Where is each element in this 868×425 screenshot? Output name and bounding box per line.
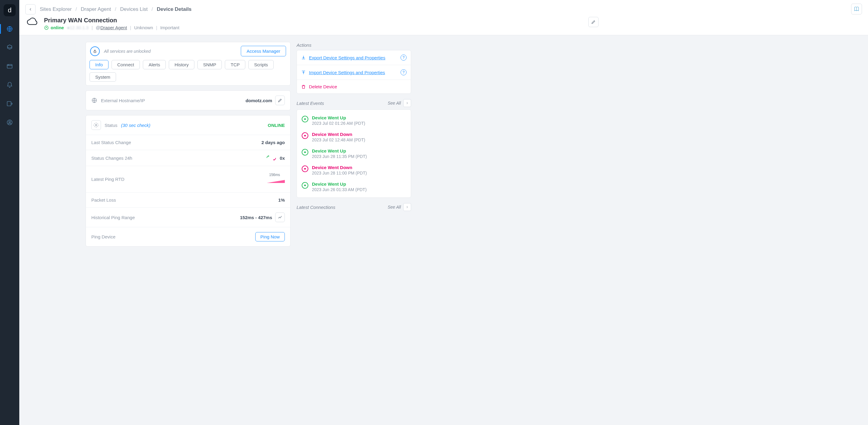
event-item[interactable]: Device Went Up 2023 Jul 02 01:26 AM (PDT… <box>297 112 411 129</box>
event-date: 2023 Jun 28 11:35 PM (PDT) <box>312 154 367 159</box>
event-item[interactable]: Device Went Down 2023 Jun 28 11:00 PM (P… <box>297 162 411 178</box>
sidebar: d <box>0 0 19 425</box>
hostname-value: domotz.com <box>246 98 272 103</box>
nav-dashboard-icon[interactable] <box>0 60 19 72</box>
ping-now-button[interactable]: Ping Now <box>255 232 285 241</box>
tab-scripts[interactable]: Scripts <box>248 60 274 69</box>
help-icon[interactable]: ? <box>401 55 407 61</box>
nav-account-icon[interactable] <box>0 116 19 128</box>
left-column: All services are unlocked Access Manager… <box>86 42 290 418</box>
tab-info[interactable]: Info <box>90 60 108 69</box>
changes24-label: Status Changes 24h <box>91 155 132 161</box>
nav-integrations-icon[interactable] <box>0 98 19 110</box>
trash-icon <box>301 84 306 89</box>
export-settings-link[interactable]: Export Device Settings and Properties <box>301 55 385 60</box>
tab-system[interactable]: System <box>90 72 116 82</box>
help-icon[interactable]: ? <box>401 69 407 75</box>
packet-loss-label: Packet Loss <box>91 198 116 203</box>
edit-hostname-button[interactable] <box>275 96 285 105</box>
nav-inventory-icon[interactable] <box>0 41 19 54</box>
events-card: Device Went Up 2023 Jul 02 01:26 AM (PDT… <box>297 110 411 198</box>
app-logo: d <box>4 4 16 16</box>
last-change-label: Last Status Change <box>91 140 131 145</box>
event-date: 2023 Jul 02 12:48 AM (PDT) <box>312 138 365 142</box>
main: Sites Explorer / Draper Agent / Devices … <box>19 0 868 425</box>
topbar: Sites Explorer / Draper Agent / Devices … <box>19 0 868 35</box>
svg-point-5 <box>44 26 48 30</box>
import-settings-link[interactable]: Import Device Settings and Properties <box>301 70 385 75</box>
svg-point-8 <box>96 124 97 126</box>
arrow-up-icon <box>302 149 308 155</box>
event-title: Device Went Down <box>312 165 367 170</box>
arrow-up-icon <box>302 182 308 189</box>
events-title: Latest Events See All <box>297 99 411 107</box>
tab-connect[interactable]: Connect <box>112 60 140 69</box>
svg-rect-6 <box>94 51 96 53</box>
unlock-text: All services are unlocked <box>104 49 151 54</box>
download-icon <box>301 55 306 60</box>
unlock-icon <box>90 47 100 56</box>
svg-rect-1 <box>7 64 12 68</box>
device-type: Unknown <box>134 25 153 30</box>
see-all-events[interactable]: See All <box>388 101 401 105</box>
actions-title: Actions <box>297 42 411 48</box>
actions-card: Export Device Settings and Properties ? … <box>297 50 411 94</box>
hist-range-label: Historical Ping Range <box>91 215 135 220</box>
right-column: Actions Export Device Settings and Prope… <box>297 42 411 418</box>
crumb-devices[interactable]: Devices List <box>120 6 148 12</box>
delete-device-link[interactable]: Delete Device <box>301 84 337 89</box>
unlock-card: All services are unlocked Access Manager… <box>86 42 290 86</box>
back-button[interactable] <box>25 4 36 14</box>
edit-device-button[interactable] <box>588 17 598 27</box>
arrow-down-icon <box>302 132 308 139</box>
content: All services are unlocked Access Manager… <box>19 35 868 425</box>
nav-sites-icon[interactable] <box>0 23 19 35</box>
event-title: Device Went Up <box>312 148 367 153</box>
rtd-label: Latest Ping RTD <box>91 177 124 182</box>
event-item[interactable]: Device Went Up 2023 Jun 28 11:35 PM (PDT… <box>297 145 411 162</box>
event-date: 2023 Jun 28 11:00 PM (PDT) <box>312 171 367 175</box>
gear-icon[interactable] <box>91 120 101 130</box>
svg-point-4 <box>9 121 10 123</box>
tab-alerts[interactable]: Alerts <box>143 60 166 69</box>
status-label: Status <box>104 123 118 128</box>
event-item[interactable]: Device Went Up 2023 Jun 26 01:33 AM (PDT… <box>297 178 411 195</box>
device-ip: ●12.30.1.3 <box>67 25 89 30</box>
connections-title: Latest Connections See All <box>297 203 411 211</box>
crumb-sites[interactable]: Sites Explorer <box>40 6 72 12</box>
tab-history[interactable]: History <box>169 60 194 69</box>
docs-button[interactable] <box>851 4 862 14</box>
device-priority: Important <box>160 25 179 30</box>
status-card: Status (30 sec check) ONLINE Last Status… <box>86 115 290 247</box>
status-note: (30 sec check) <box>121 123 151 128</box>
device-meta: online ●12.30.1.3 | @Draper Agent | Unkn… <box>44 25 179 30</box>
chevron-right-icon[interactable] <box>403 99 411 107</box>
status-badge: online <box>44 25 64 30</box>
event-title: Device Went Down <box>312 132 365 137</box>
hist-range-value: 152ms - 427ms <box>240 215 272 220</box>
last-change-value: 2 days ago <box>261 140 285 145</box>
nav-alerts-icon[interactable] <box>0 79 19 91</box>
access-manager-button[interactable]: Access Manager <box>241 46 286 56</box>
crumb-agent[interactable]: Draper Agent <box>81 6 111 12</box>
page-title: Primary WAN Connection <box>44 17 179 24</box>
crumb-current: Device Details <box>157 6 191 12</box>
event-date: 2023 Jul 02 01:26 AM (PDT) <box>312 121 365 126</box>
chevron-right-icon[interactable] <box>403 203 411 211</box>
upload-icon <box>301 70 306 75</box>
breadcrumb: Sites Explorer / Draper Agent / Devices … <box>40 6 192 12</box>
arrow-up-icon <box>302 116 308 122</box>
event-item[interactable]: Device Went Down 2023 Jul 02 12:48 AM (P… <box>297 129 411 145</box>
agent-link[interactable]: Draper Agent <box>100 25 127 30</box>
event-title: Device Went Up <box>312 181 367 187</box>
changes24-value: 0x <box>280 155 285 161</box>
event-date: 2023 Jun 26 01:33 AM (PDT) <box>312 187 367 192</box>
packet-loss-value: 1% <box>278 198 285 203</box>
arrow-down-icon <box>302 165 308 172</box>
rtd-peak: 156ms <box>269 173 280 177</box>
tab-tcp[interactable]: TCP <box>225 60 245 69</box>
chart-icon-button[interactable] <box>275 212 285 222</box>
tab-snmp[interactable]: SNMP <box>197 60 222 69</box>
see-all-connections[interactable]: See All <box>388 205 401 210</box>
status-value: ONLINE <box>268 123 285 128</box>
